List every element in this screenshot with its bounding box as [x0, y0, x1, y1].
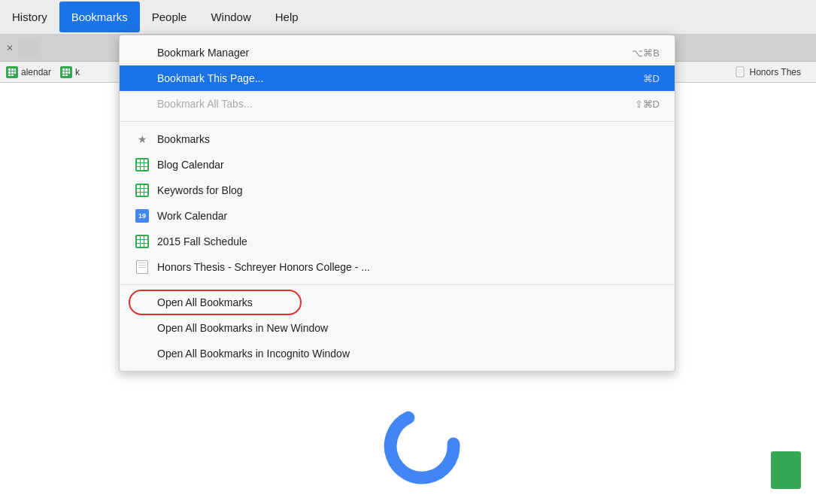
- svg-rect-7: [11, 74, 14, 76]
- menu-item-keywords-blog[interactable]: Keywords for Blog: [120, 178, 675, 203]
- menu-history[interactable]: History: [0, 2, 59, 32]
- bookmark-manager-shortcut: ⌥⌘B: [632, 47, 660, 59]
- open-all-blank-icon: [135, 295, 150, 310]
- menu-people[interactable]: People: [140, 2, 199, 32]
- open-all-new-window-label: Open All Bookmarks in New Window: [157, 322, 660, 334]
- blank-icon: [135, 45, 150, 60]
- menu-item-fall-schedule[interactable]: 2015 Fall Schedule: [120, 229, 675, 254]
- google-logo-partial: [381, 399, 472, 489]
- menu-item-open-all-bookmarks[interactable]: Open All Bookmarks: [120, 290, 675, 315]
- menu-item-blog-calendar[interactable]: Blog Calendar: [120, 152, 675, 178]
- bookmark-this-page-shortcut: ⌘D: [643, 73, 660, 84]
- tab-close-button[interactable]: ✕: [6, 43, 14, 53]
- bookmark-bar-item-honors[interactable]: Honors Thes: [735, 66, 801, 78]
- keywords-blog-icon: [135, 183, 150, 198]
- honors-thesis-label: Honors Thesis - Schreyer Honors College …: [157, 261, 660, 273]
- bookmark-bar-label-calendar: alendar: [21, 67, 51, 77]
- bookmark-all-tabs-label: Bookmark All Tabs...: [157, 98, 635, 110]
- bookmarks-star-label: Bookmarks: [157, 133, 660, 145]
- honors-thesis-doc-icon: [135, 260, 150, 275]
- fall-schedule-label: 2015 Fall Schedule: [157, 235, 660, 247]
- bookmark-manager-label: Bookmark Manager: [157, 47, 632, 59]
- menu-help[interactable]: Help: [263, 2, 311, 32]
- bookmark-bar-label-honors: Honors Thes: [750, 67, 801, 77]
- svg-rect-9: [65, 68, 68, 71]
- menu-bookmarks[interactable]: Bookmarks: [59, 2, 140, 32]
- keywords-blog-label: Keywords for Blog: [157, 184, 660, 196]
- divider-2: [120, 284, 675, 285]
- menu-item-bookmark-all-tabs[interactable]: Bookmark All Tabs... ⇧⌘D: [120, 91, 675, 117]
- star-icon: ★: [135, 132, 150, 147]
- svg-rect-10: [68, 68, 70, 71]
- bookmark-this-page-label: Bookmark This Page...: [157, 72, 643, 84]
- bookmarks-dropdown: Bookmark Manager ⌥⌘B Bookmark This Page.…: [119, 35, 675, 372]
- blank-icon-2: [135, 71, 150, 86]
- svg-rect-4: [11, 71, 14, 74]
- menu-item-open-all-new-window[interactable]: Open All Bookmarks in New Window: [120, 315, 675, 341]
- bookmark-bar-label-k: k: [75, 67, 80, 77]
- svg-rect-0: [8, 68, 11, 71]
- bookmark-icon-k: [60, 66, 72, 78]
- open-all-bookmarks-label: Open All Bookmarks: [157, 296, 660, 308]
- menu-bar: History Bookmarks People Window Help: [0, 0, 816, 35]
- open-incognito-blank-icon: [135, 346, 150, 361]
- svg-rect-13: [68, 71, 70, 74]
- blog-calendar-label: Blog Calendar: [157, 159, 660, 171]
- blank-icon-3: [135, 96, 150, 111]
- menu-item-bookmark-this-page[interactable]: Bookmark This Page... ⌘D: [120, 65, 675, 91]
- fall-schedule-icon: [135, 234, 150, 249]
- work-calendar-label: Work Calendar: [157, 210, 660, 222]
- svg-rect-11: [62, 71, 65, 74]
- menu-item-bookmarks-star[interactable]: ★ Bookmarks: [120, 126, 675, 152]
- svg-rect-2: [14, 68, 16, 71]
- work-calendar-icon: 19: [135, 208, 150, 223]
- svg-rect-15: [65, 74, 68, 76]
- green-app-icon: [771, 451, 801, 489]
- bookmark-bar-item-calendar[interactable]: alendar: [6, 66, 51, 78]
- svg-rect-6: [8, 74, 11, 76]
- svg-rect-12: [65, 71, 68, 74]
- menu-item-honors-thesis[interactable]: Honors Thesis - Schreyer Honors College …: [120, 254, 675, 280]
- open-new-window-blank-icon: [135, 320, 150, 335]
- bookmark-all-tabs-shortcut: ⇧⌘D: [635, 99, 660, 110]
- calendar-number: 19: [135, 209, 149, 223]
- bookmark-icon-calendar: [6, 66, 18, 78]
- bookmark-bar-item-k[interactable]: k: [60, 66, 80, 78]
- svg-rect-8: [62, 68, 65, 71]
- svg-rect-1: [11, 68, 14, 71]
- menu-item-open-all-incognito[interactable]: Open All Bookmarks in Incognito Window: [120, 341, 675, 366]
- blog-calendar-icon: [135, 157, 150, 172]
- menu-window[interactable]: Window: [199, 2, 262, 32]
- bookmark-icon-honors: [735, 66, 747, 78]
- menu-item-bookmark-manager[interactable]: Bookmark Manager ⌥⌘B: [120, 40, 675, 65]
- svg-rect-14: [62, 74, 65, 76]
- open-all-incognito-label: Open All Bookmarks in Incognito Window: [157, 348, 660, 360]
- tab-favicon: [18, 40, 39, 56]
- svg-rect-3: [8, 71, 11, 74]
- divider-1: [120, 121, 675, 122]
- menu-item-work-calendar[interactable]: 19 Work Calendar: [120, 203, 675, 229]
- svg-rect-5: [14, 71, 16, 74]
